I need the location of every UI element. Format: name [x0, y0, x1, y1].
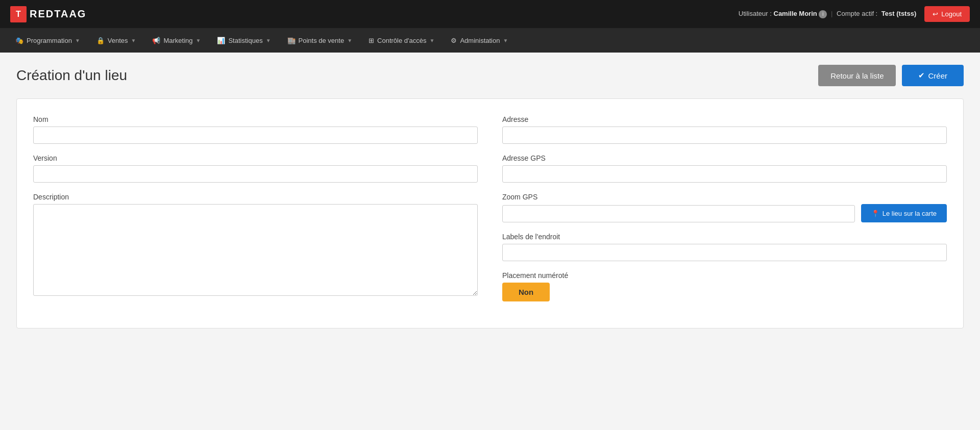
- info-icon[interactable]: i: [819, 10, 827, 18]
- map-button[interactable]: 📍 Le lieu sur la carte: [861, 204, 947, 222]
- separator: |: [831, 10, 832, 17]
- map-button-label: Le lieu sur la carte: [883, 210, 937, 217]
- adresse-gps-group: Adresse GPS: [502, 154, 947, 183]
- zoom-gps-label: Zoom GPS: [502, 193, 947, 201]
- zoom-gps-group: Zoom GPS 📍 Le lieu sur la carte: [502, 193, 947, 222]
- account-label: Compte actif :: [837, 10, 877, 17]
- nom-group: Nom: [33, 115, 478, 144]
- nav-label-marketing: Marketing: [163, 37, 192, 44]
- navbar: 🎭 Programmation ▼ 🔒 Ventes ▼ 📢 Marketing…: [0, 28, 980, 53]
- chevron-down-icon: ▼: [347, 38, 352, 43]
- logo-text: REDTAAG: [30, 8, 86, 20]
- form-right: Adresse Adresse GPS Zoom GPS 📍: [502, 115, 947, 312]
- chevron-down-icon: ▼: [430, 38, 435, 43]
- nav-item-administration[interactable]: ⚙ Administation ▼: [444, 28, 515, 53]
- topbar: T REDTAAG Utilisateur : Camille Morin i …: [0, 0, 980, 28]
- checkmark-icon: ✔: [918, 71, 925, 80]
- form-left: Nom Version Description: [33, 115, 478, 312]
- logout-button[interactable]: ↩ Logout: [924, 6, 970, 22]
- zoom-gps-input-wrap: [502, 205, 855, 222]
- placement-label: Placement numéroté: [502, 271, 947, 280]
- user-info: Utilisateur : Camille Morin i | Compte a…: [739, 10, 916, 18]
- nav-label-administration: Administation: [460, 37, 500, 44]
- controle-acces-icon: ⊞: [369, 37, 374, 44]
- logout-icon: ↩: [933, 10, 938, 18]
- user-name: Camille Morin: [774, 10, 817, 17]
- description-group: Description: [33, 193, 478, 297]
- page-title: Création d'un lieu: [16, 67, 127, 84]
- page-content: Création d'un lieu Retour à la liste ✔ C…: [0, 53, 980, 341]
- gps-row: 📍 Le lieu sur la carte: [502, 204, 947, 222]
- nav-label-controle-acces: Contrôle d'accès: [377, 37, 426, 44]
- page-header: Création d'un lieu Retour à la liste ✔ C…: [16, 65, 964, 86]
- form-grid: Nom Version Description Adresse: [33, 115, 947, 312]
- nav-item-statistiques[interactable]: 📊 Statistiques ▼: [210, 28, 278, 53]
- adresse-input[interactable]: [502, 127, 947, 144]
- labels-label: Labels de l'endroit: [502, 233, 947, 241]
- labels-input[interactable]: [502, 244, 947, 261]
- version-input[interactable]: [33, 165, 478, 183]
- logo: T REDTAAG: [10, 6, 86, 22]
- placement-toggle-button[interactable]: Non: [502, 283, 550, 301]
- nav-label-programmation: Programmation: [27, 37, 72, 44]
- nom-input[interactable]: [33, 127, 478, 144]
- ventes-icon: 🔒: [96, 37, 105, 44]
- chevron-down-icon: ▼: [196, 38, 201, 43]
- nav-label-ventes: Ventes: [108, 37, 128, 44]
- version-group: Version: [33, 154, 478, 183]
- programmation-icon: 🎭: [15, 37, 23, 44]
- create-label: Créer: [928, 71, 947, 80]
- points-de-vente-icon: 🏬: [287, 37, 296, 44]
- back-button[interactable]: Retour à la liste: [818, 65, 896, 86]
- topbar-right: Utilisateur : Camille Morin i | Compte a…: [739, 6, 970, 22]
- administration-icon: ⚙: [451, 37, 457, 44]
- account-name: Test (tstss): [881, 10, 916, 17]
- placement-group: Placement numéroté Non: [502, 271, 947, 301]
- chevron-down-icon: ▼: [75, 38, 80, 43]
- create-button[interactable]: ✔ Créer: [902, 65, 964, 86]
- adresse-label: Adresse: [502, 115, 947, 123]
- adresse-gps-input[interactable]: [502, 165, 947, 183]
- chevron-down-icon: ▼: [503, 38, 508, 43]
- header-buttons: Retour à la liste ✔ Créer: [818, 65, 964, 86]
- logo-icon: T: [10, 6, 27, 22]
- version-label: Version: [33, 154, 478, 162]
- nav-item-ventes[interactable]: 🔒 Ventes ▼: [89, 28, 143, 53]
- nav-label-statistiques: Statistiques: [228, 37, 262, 44]
- nav-item-controle-acces[interactable]: ⊞ Contrôle d'accès ▼: [361, 28, 442, 53]
- description-input[interactable]: [33, 204, 478, 296]
- nav-item-programmation[interactable]: 🎭 Programmation ▼: [8, 28, 87, 53]
- logout-label: Logout: [941, 10, 962, 18]
- chevron-down-icon: ▼: [131, 38, 136, 43]
- map-pin-icon: 📍: [871, 210, 879, 217]
- nav-label-points-de-vente: Points de vente: [299, 37, 345, 44]
- chevron-down-icon: ▼: [266, 38, 271, 43]
- description-label: Description: [33, 193, 478, 201]
- user-label: Utilisateur :: [739, 10, 772, 17]
- zoom-gps-input[interactable]: [502, 205, 855, 222]
- form-card: Nom Version Description Adresse: [16, 98, 964, 328]
- nav-item-marketing[interactable]: 📢 Marketing ▼: [145, 28, 208, 53]
- nav-item-points-de-vente[interactable]: 🏬 Points de vente ▼: [280, 28, 360, 53]
- statistiques-icon: 📊: [217, 37, 225, 44]
- adresse-group: Adresse: [502, 115, 947, 144]
- adresse-gps-label: Adresse GPS: [502, 154, 947, 162]
- nom-label: Nom: [33, 115, 478, 123]
- labels-group: Labels de l'endroit: [502, 233, 947, 261]
- marketing-icon: 📢: [152, 37, 160, 44]
